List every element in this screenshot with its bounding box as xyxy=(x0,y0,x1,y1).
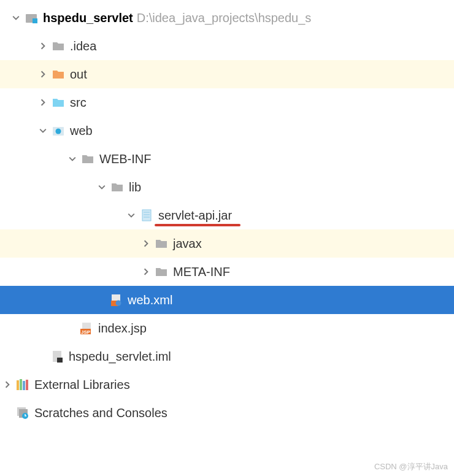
iml-file-icon xyxy=(50,350,64,363)
chevron-down-icon[interactable] xyxy=(126,210,136,220)
tree-item-label: WEB-INF xyxy=(99,152,151,166)
tree-row-metainf[interactable]: META-INF xyxy=(0,258,454,286)
svg-point-10 xyxy=(116,301,121,306)
folder-icon xyxy=(155,237,168,250)
tree-item-label: External Libraries xyxy=(34,378,130,392)
jar-icon xyxy=(140,209,153,221)
xml-file-icon xyxy=(109,294,123,306)
svg-rect-18 xyxy=(23,381,25,390)
tree-row-scratches[interactable]: Scratches and Consoles xyxy=(0,399,454,427)
folder-icon xyxy=(52,68,65,80)
project-tree: hspedu_servlet D:\idea_java_projects\hsp… xyxy=(0,0,454,427)
folder-icon xyxy=(52,40,65,52)
svg-rect-1 xyxy=(33,18,37,23)
chevron-right-icon[interactable] xyxy=(38,69,48,79)
tree-row-webinf[interactable]: WEB-INF xyxy=(0,145,454,173)
tree-item-label: out xyxy=(70,67,87,82)
tree-item-label: servlet-api.jar xyxy=(158,209,232,223)
project-path: D:\idea_java_projects\hspedu_s xyxy=(137,11,312,25)
svg-rect-17 xyxy=(20,379,22,390)
chevron-right-icon[interactable] xyxy=(141,267,151,277)
svg-rect-15 xyxy=(57,358,63,363)
folder-icon xyxy=(81,153,94,165)
tree-row-project[interactable]: hspedu_servlet D:\idea_java_projects\hsp… xyxy=(0,4,454,32)
tree-item-label: javax xyxy=(173,237,202,251)
svg-point-3 xyxy=(56,129,61,134)
svg-rect-19 xyxy=(26,380,28,390)
jsp-file-icon: JSP xyxy=(80,322,93,334)
chevron-right-icon[interactable] xyxy=(141,239,151,248)
tree-item-label: META-INF xyxy=(173,265,230,279)
tree-row-indexjsp[interactable]: JSP index.jsp xyxy=(0,314,454,342)
tree-row-out[interactable]: out xyxy=(0,60,454,88)
tree-item-label: web xyxy=(70,124,93,138)
annotation-underline xyxy=(155,224,240,226)
chevron-down-icon[interactable] xyxy=(11,13,21,23)
tree-item-label: hspedu_servlet.iml xyxy=(69,350,171,364)
chevron-right-icon[interactable] xyxy=(38,98,48,107)
libraries-icon xyxy=(16,378,29,391)
folder-icon xyxy=(110,181,124,193)
svg-rect-16 xyxy=(17,380,19,390)
chevron-down-icon[interactable] xyxy=(38,126,48,136)
tree-row-web[interactable]: web xyxy=(0,117,454,145)
tree-row-servlet-jar[interactable]: servlet-api.jar xyxy=(0,201,454,229)
chevron-down-icon[interactable] xyxy=(97,182,107,192)
tree-item-label: lib xyxy=(129,180,141,194)
tree-row-lib[interactable]: lib xyxy=(0,173,454,201)
tree-row-iml[interactable]: hspedu_servlet.iml xyxy=(0,342,454,370)
chevron-right-icon[interactable] xyxy=(38,41,48,51)
module-icon xyxy=(25,12,38,24)
tree-item-label: index.jsp xyxy=(98,321,147,336)
watermark: CSDN @淳平讲Java xyxy=(374,461,448,472)
chevron-right-icon[interactable] xyxy=(2,380,12,390)
tree-row-javax[interactable]: javax xyxy=(0,229,454,258)
tree-row-external-libs[interactable]: External Libraries xyxy=(0,370,454,399)
tree-row-webxml[interactable]: web.xml xyxy=(0,286,454,314)
scratches-icon xyxy=(16,407,29,419)
tree-item-label: Scratches and Consoles xyxy=(34,406,167,420)
svg-text:JSP: JSP xyxy=(81,329,91,334)
project-name: hspedu_servlet xyxy=(43,11,133,25)
svg-rect-4 xyxy=(142,210,151,221)
tree-item-label: .idea xyxy=(70,39,96,53)
chevron-down-icon[interactable] xyxy=(67,154,77,164)
folder-icon xyxy=(155,266,168,278)
tree-row-src[interactable]: src xyxy=(0,88,454,117)
tree-item-label: src xyxy=(70,96,87,110)
tree-row-idea[interactable]: .idea xyxy=(0,32,454,60)
web-folder-icon xyxy=(52,125,65,137)
folder-icon xyxy=(52,96,65,109)
tree-item-label: web.xml xyxy=(128,293,172,307)
